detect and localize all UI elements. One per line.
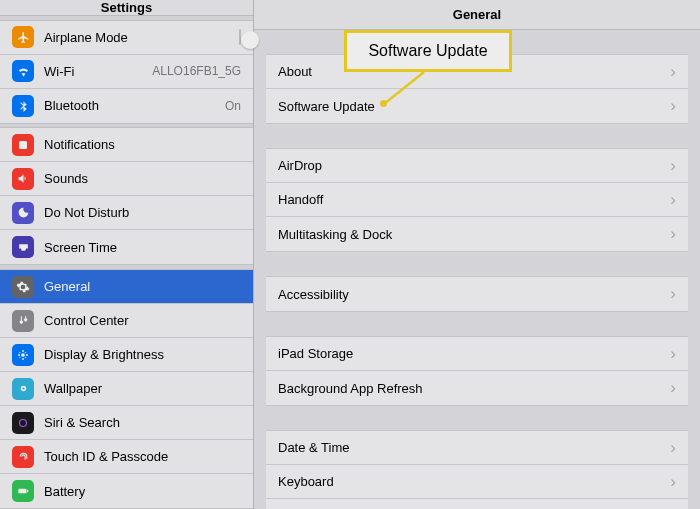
sidebar-group-1: Notifications Sounds Do Not Disturb Scre… (0, 127, 253, 265)
chevron-right-icon: › (670, 190, 676, 210)
notifications-icon (12, 134, 34, 156)
chevron-right-icon: › (670, 472, 676, 492)
wifi-icon (12, 60, 34, 82)
sidebar-item-label: Touch ID & Passcode (44, 449, 168, 464)
bluetooth-icon (12, 95, 34, 117)
touchid-icon (12, 446, 34, 468)
svg-rect-0 (19, 141, 27, 149)
row-label: About (278, 64, 312, 79)
siri-icon (12, 412, 34, 434)
main-group-1: AirDrop › Handoff › Multitasking & Dock … (266, 148, 688, 252)
battery-icon (12, 480, 34, 502)
sidebar-group-0: Airplane Mode Wi-Fi ALLO16FB1_5G Bluetoo… (0, 20, 253, 124)
sidebar-item-label: Control Center (44, 313, 129, 328)
chevron-right-icon: › (670, 378, 676, 398)
sidebar-item-label: Siri & Search (44, 415, 120, 430)
row-language-region[interactable]: Language & Region › (266, 499, 688, 509)
dnd-icon (12, 202, 34, 224)
sidebar-screen-time[interactable]: Screen Time (0, 230, 253, 264)
sounds-icon (12, 168, 34, 190)
main-group-3: iPad Storage › Background App Refresh › (266, 336, 688, 406)
row-software-update[interactable]: Software Update › (266, 89, 688, 123)
chevron-right-icon: › (670, 284, 676, 304)
row-label: Background App Refresh (278, 381, 423, 396)
chevron-right-icon: › (670, 156, 676, 176)
sidebar-item-label: Bluetooth (44, 98, 99, 113)
main-title: General (254, 0, 700, 30)
callout-label: Software Update (344, 30, 512, 72)
sidebar-item-label: Screen Time (44, 240, 117, 255)
row-label: Multitasking & Dock (278, 227, 392, 242)
sidebar-bluetooth[interactable]: Bluetooth On (0, 89, 253, 123)
svg-point-2 (22, 387, 24, 389)
main-group-2: Accessibility › (266, 276, 688, 312)
sidebar-item-label: Notifications (44, 137, 115, 152)
svg-rect-4 (18, 489, 26, 494)
row-label: Handoff (278, 192, 323, 207)
sidebar-airplane-mode[interactable]: Airplane Mode (0, 21, 253, 55)
sidebar-notifications[interactable]: Notifications (0, 128, 253, 162)
sidebar-wifi[interactable]: Wi-Fi ALLO16FB1_5G (0, 55, 253, 89)
sidebar-sounds[interactable]: Sounds (0, 162, 253, 196)
sidebar-battery[interactable]: Battery (0, 474, 253, 508)
sidebar-title: Settings (0, 0, 253, 16)
airplane-icon (12, 26, 34, 48)
sidebar-group-2: General Control Center Display & Brightn… (0, 269, 253, 509)
sidebar-siri-search[interactable]: Siri & Search (0, 406, 253, 440)
row-date-time[interactable]: Date & Time › (266, 431, 688, 465)
row-handoff[interactable]: Handoff › (266, 183, 688, 217)
row-keyboard[interactable]: Keyboard › (266, 465, 688, 499)
main-group-4: Date & Time › Keyboard › Language & Regi… (266, 430, 688, 509)
gear-icon (12, 276, 34, 298)
sidebar-general[interactable]: General (0, 270, 253, 304)
chevron-right-icon: › (670, 506, 676, 510)
row-multitasking-dock[interactable]: Multitasking & Dock › (266, 217, 688, 251)
row-label: Keyboard (278, 474, 334, 489)
display-icon (12, 344, 34, 366)
sidebar-item-label: General (44, 279, 90, 294)
sidebar-item-label: Wallpaper (44, 381, 102, 396)
sidebar-item-label: Battery (44, 484, 85, 499)
row-label: iPad Storage (278, 346, 353, 361)
svg-point-3 (20, 419, 27, 426)
row-accessibility[interactable]: Accessibility › (266, 277, 688, 311)
sidebar-wallpaper[interactable]: Wallpaper (0, 372, 253, 406)
chevron-right-icon: › (670, 438, 676, 458)
row-label: Accessibility (278, 287, 349, 302)
settings-sidebar: Settings Airplane Mode Wi-Fi ALLO16FB1_5… (0, 0, 254, 509)
row-label: Software Update (278, 99, 375, 114)
sidebar-item-label: Airplane Mode (44, 30, 128, 45)
sidebar-item-label: Sounds (44, 171, 88, 186)
sidebar-display-brightness[interactable]: Display & Brightness (0, 338, 253, 372)
control-center-icon (12, 310, 34, 332)
wifi-value: ALLO16FB1_5G (152, 64, 241, 78)
chevron-right-icon: › (670, 96, 676, 116)
bluetooth-value: On (225, 99, 241, 113)
screen-time-icon (12, 236, 34, 258)
airplane-toggle[interactable] (239, 29, 241, 45)
row-ipad-storage[interactable]: iPad Storage › (266, 337, 688, 371)
sidebar-control-center[interactable]: Control Center (0, 304, 253, 338)
sidebar-item-label: Wi-Fi (44, 64, 74, 79)
sidebar-do-not-disturb[interactable]: Do Not Disturb (0, 196, 253, 230)
row-label: AirDrop (278, 158, 322, 173)
row-background-app-refresh[interactable]: Background App Refresh › (266, 371, 688, 405)
row-airdrop[interactable]: AirDrop › (266, 149, 688, 183)
chevron-right-icon: › (670, 62, 676, 82)
chevron-right-icon: › (670, 224, 676, 244)
wallpaper-icon (12, 378, 34, 400)
row-label: Date & Time (278, 440, 350, 455)
callout-dot (380, 100, 387, 107)
svg-line-6 (384, 72, 424, 104)
sidebar-item-label: Do Not Disturb (44, 205, 129, 220)
sidebar-item-label: Display & Brightness (44, 347, 164, 362)
general-pane: General About › Software Update › AirDro… (254, 0, 700, 509)
svg-rect-5 (27, 490, 28, 492)
chevron-right-icon: › (670, 344, 676, 364)
callout-arrow (380, 70, 430, 110)
sidebar-touchid-passcode[interactable]: Touch ID & Passcode (0, 440, 253, 474)
